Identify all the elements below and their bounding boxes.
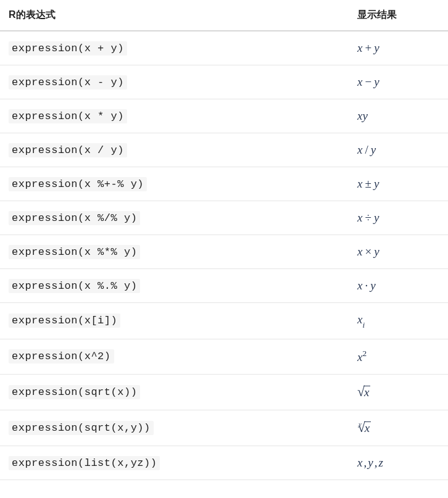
math-output: xy: [357, 109, 368, 122]
table-row: expression(sqrt(x,y))y√x: [0, 410, 448, 446]
cell-result: x2: [349, 339, 448, 374]
cell-expression: expression(x %.% y): [0, 269, 349, 303]
r-expression-code: expression(x * y): [9, 109, 127, 123]
table-row: expression(x %+-% y)x±y: [0, 167, 448, 201]
r-expression-code: expression(x %+-% y): [9, 177, 147, 191]
math-output: x×y: [357, 245, 380, 258]
cell-result: x·y: [349, 269, 448, 303]
r-expression-code: expression(x %/% y): [9, 211, 140, 225]
cell-result: x÷y: [349, 201, 448, 235]
math-output: xi: [357, 313, 365, 326]
r-expression-code: expression(list(x,yz)): [9, 456, 160, 470]
math-output: x,y,z: [357, 456, 383, 469]
cell-result: x−y: [349, 65, 448, 99]
math-output: x−y: [357, 75, 380, 88]
r-expression-code: expression(x + y): [9, 41, 127, 56]
cell-expression: expression(x[i]): [0, 303, 349, 339]
math-output: y√x: [357, 421, 371, 434]
math-output: x2: [357, 351, 367, 363]
table-row: expression(x / y)x/y: [0, 133, 448, 167]
cell-result: x±y: [349, 167, 448, 201]
math-output: x+y: [357, 41, 380, 54]
r-expression-code: expression(x[i]): [9, 313, 120, 328]
r-expression-code: expression(x^2): [9, 349, 114, 363]
table-row: expression(x * y)xy: [0, 99, 448, 133]
cell-expression: expression(x^2): [0, 339, 349, 374]
cell-expression: expression(sqrt(x,y)): [0, 410, 349, 446]
table-row: expression(x[i])xi: [0, 303, 448, 339]
math-output: x÷y: [357, 211, 379, 224]
table-row: expression(x + y)x+y: [0, 31, 448, 65]
cell-result: x+y: [349, 31, 448, 65]
table-row: expression(sqrt(x))√x: [0, 375, 448, 410]
cell-expression: expression(list(x,yz)): [0, 446, 349, 480]
table-row: expression(x %.% y)x·y: [0, 269, 448, 303]
cell-expression: expression(x %+-% y): [0, 167, 349, 201]
cell-expression: expression(x %*% y): [0, 235, 349, 269]
r-expression-code: expression(sqrt(x,y)): [9, 421, 154, 435]
math-output: x·y: [357, 279, 376, 292]
r-expression-code: expression(x / y): [9, 143, 127, 157]
table-row: expression(x %/% y)x÷y: [0, 201, 448, 235]
cell-result: xi: [349, 303, 448, 339]
table-row: expression(list(x,yz))x,y,z: [0, 446, 448, 480]
cell-result: xy: [349, 99, 448, 133]
math-output: √x: [357, 386, 370, 399]
math-output: x±y: [357, 177, 379, 190]
cell-expression: expression(x - y): [0, 65, 349, 99]
r-expression-code: expression(x %*% y): [9, 245, 140, 259]
r-expression-code: expression(x %.% y): [9, 279, 140, 293]
math-output: x/y: [357, 143, 376, 156]
cell-expression: expression(sqrt(x)): [0, 375, 349, 410]
r-expression-code: expression(sqrt(x)): [9, 385, 140, 399]
header-result: 显示结果: [349, 0, 448, 31]
expression-table: R的表达式 显示结果 expression(x + y)x+yexpressio…: [0, 0, 448, 480]
cell-expression: expression(x * y): [0, 99, 349, 133]
cell-result: x×y: [349, 235, 448, 269]
cell-expression: expression(x + y): [0, 31, 349, 65]
cell-result: x,y,z: [349, 446, 448, 480]
cell-result: x/y: [349, 133, 448, 167]
table-row: expression(x^2)x2: [0, 339, 448, 374]
cell-result: y√x: [349, 410, 448, 446]
cell-expression: expression(x %/% y): [0, 201, 349, 235]
cell-expression: expression(x / y): [0, 133, 349, 167]
r-expression-code: expression(x - y): [9, 75, 127, 89]
header-expression: R的表达式: [0, 0, 349, 31]
cell-result: √x: [349, 375, 448, 410]
table-row: expression(x %*% y)x×y: [0, 235, 448, 269]
table-row: expression(x - y)x−y: [0, 65, 448, 99]
